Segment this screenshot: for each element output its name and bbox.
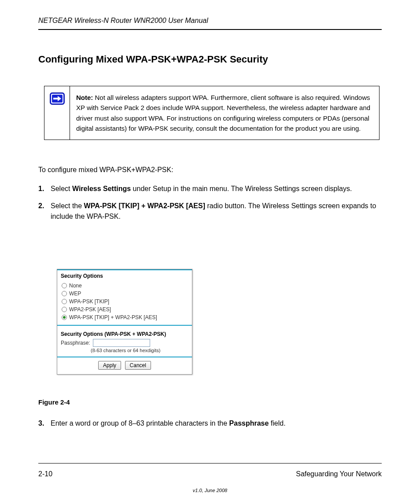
footer-rule — [38, 463, 382, 464]
radio-none[interactable]: None — [62, 282, 189, 290]
radio-label: WPA-PSK [TKIP] + WPA2-PSK [AES] — [69, 314, 157, 320]
step-3-body: Enter a word or group of 8–63 printable … — [51, 418, 382, 429]
note-icon-cell — [44, 86, 70, 140]
page-header: NETGEAR Wireless-N Router WNR2000 User M… — [38, 17, 382, 30]
step-2-number: 2. — [38, 201, 51, 223]
body-text: To configure mixed WPA-PSK+WPA2-PSK: 1. … — [38, 165, 382, 222]
doc-version: v1.0, June 2008 — [0, 488, 420, 493]
passphrase-hint: (8-63 characters or 64 hexdigits) — [61, 347, 188, 353]
radio-wpa2-aes[interactable]: WPA2-PSK [AES] — [62, 305, 189, 313]
radio-label: WEP — [69, 291, 81, 297]
step-1-number: 1. — [38, 184, 51, 195]
cancel-button[interactable]: Cancel — [125, 361, 151, 370]
radio-icon — [62, 283, 67, 288]
note-label: Note: — [76, 94, 93, 101]
radio-label: WPA2-PSK [AES] — [69, 306, 111, 313]
passphrase-input[interactable] — [93, 339, 150, 347]
radio-icon — [62, 291, 67, 296]
step-1-body: Select Wireless Settings under Setup in … — [51, 184, 382, 195]
radio-mixed[interactable]: WPA-PSK [TKIP] + WPA2-PSK [AES] — [62, 313, 189, 321]
security-options-title: Security Options — [57, 270, 192, 281]
intro-line: To configure mixed WPA-PSK+WPA2-PSK: — [38, 165, 382, 176]
security-options-list: None WEP WPA-PSK [TKIP] WPA2-PSK [AES] W… — [57, 281, 192, 325]
radio-icon-selected — [62, 315, 67, 320]
step-3-number: 3. — [38, 418, 51, 429]
step-2-body: Select the WPA-PSK [TKIP] + WPA2-PSK [AE… — [51, 201, 382, 223]
panel-button-row: Apply Cancel — [57, 357, 192, 374]
note-box: Note: Not all wireless adapters support … — [44, 86, 379, 140]
note-body: Not all wireless adapters support WPA. F… — [76, 94, 370, 132]
step-3: 3. Enter a word or group of 8–63 printab… — [38, 418, 382, 429]
radio-label: None — [69, 283, 82, 289]
radio-icon — [62, 299, 67, 304]
radio-icon — [62, 307, 67, 312]
security-options-panel: Security Options None WEP WPA-PSK [TKIP]… — [57, 269, 192, 375]
figure-caption: Figure 2-4 — [38, 398, 70, 406]
section-heading: Configuring Mixed WPA-PSK+WPA2-PSK Secur… — [38, 54, 268, 65]
page-number: 2-10 — [38, 470, 52, 478]
manual-title: NETGEAR Wireless-N Router WNR2000 User M… — [38, 17, 382, 25]
chapter-title: Safeguarding Your Network — [296, 470, 382, 478]
security-options-subtitle: Security Options (WPA-PSK + WPA2-PSK) — [61, 328, 188, 339]
passphrase-label: Passphrase: — [61, 340, 90, 346]
header-rule — [38, 29, 382, 30]
step-1: 1. Select Wireless Settings under Setup … — [38, 184, 382, 195]
note-text: Note: Not all wireless adapters support … — [70, 86, 379, 140]
passphrase-row: Passphrase: — [61, 339, 188, 347]
apply-button[interactable]: Apply — [98, 361, 121, 370]
radio-wpa-tkip[interactable]: WPA-PSK [TKIP] — [62, 298, 189, 305]
radio-wep[interactable]: WEP — [62, 290, 189, 298]
radio-label: WPA-PSK [TKIP] — [69, 298, 109, 305]
step-2: 2. Select the WPA-PSK [TKIP] + WPA2-PSK … — [38, 201, 382, 223]
arrow-right-icon — [50, 92, 65, 105]
